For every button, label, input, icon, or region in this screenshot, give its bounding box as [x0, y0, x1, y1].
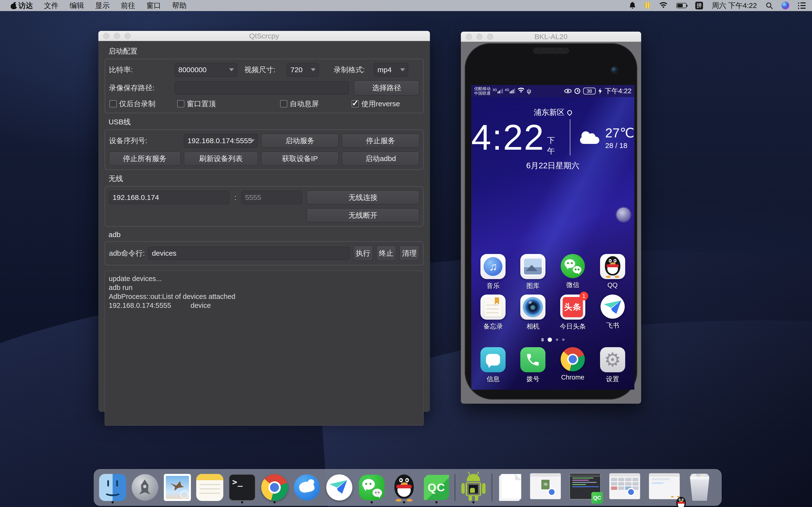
home-page-dots [471, 338, 635, 342]
app-messages[interactable]: 信息 [475, 347, 511, 383]
bitrate-combo[interactable]: 8000000 [175, 63, 237, 76]
app-settings[interactable]: ⚙ 设置 [595, 347, 631, 383]
dock-notes[interactable] [196, 471, 224, 503]
app-wechat[interactable]: 微信 [555, 254, 591, 290]
app-chrome[interactable]: Chrome [555, 347, 591, 383]
adb-command-input[interactable] [148, 247, 350, 260]
app-qq[interactable]: QQ [595, 254, 631, 290]
page-dot [541, 338, 544, 341]
app-gallery[interactable]: 图库 [515, 254, 551, 290]
app-camera[interactable]: 相机 [515, 294, 551, 331]
notification-badge: 1 [579, 292, 588, 300]
dock-qq[interactable] [390, 471, 418, 503]
refresh-device-list-button[interactable]: 刷新设备列表 [184, 152, 258, 166]
adb-log-output[interactable]: update devices... adb run AdbProcess::ou… [105, 271, 424, 426]
minimized-chrome-window-2[interactable] [608, 473, 644, 503]
wireless-port-input[interactable] [242, 191, 302, 204]
app-feishu[interactable]: 飞书 [595, 294, 631, 331]
close-button[interactable] [466, 34, 472, 40]
status-bar-time: 下午4:22 [605, 87, 632, 96]
app-toutiao[interactable]: 头条 1 今日头条 [555, 294, 591, 331]
checkbox-use-reverse[interactable]: ✓ 使用reverse [352, 100, 400, 108]
checkbox-auto-screen-off[interactable]: ✓ 自动息屏 [280, 100, 319, 108]
siri-icon[interactable] [781, 2, 789, 9]
app-notes[interactable]: 备忘录 [475, 294, 511, 331]
checkbox-background-record[interactable]: ✓ 仅后台录制 [109, 100, 155, 108]
dock-wechat[interactable] [357, 471, 386, 503]
terminate-button[interactable]: 终止 [376, 245, 396, 261]
phone-window-titlebar[interactable]: BKL-AL20 [461, 32, 641, 42]
start-service-button[interactable]: 启动服务 [261, 134, 339, 148]
apple-menu-icon[interactable] [11, 2, 17, 9]
stop-service-button[interactable]: 停止服务 [342, 134, 419, 148]
minimize-button[interactable] [114, 33, 120, 39]
dock-trash[interactable] [687, 473, 712, 502]
notification-center-icon[interactable] [798, 2, 806, 9]
floating-assist-ball[interactable] [616, 208, 630, 222]
dock-launchpad[interactable] [131, 471, 159, 503]
widget-date: 6月22日星期六 [471, 160, 635, 171]
zoom-button[interactable] [124, 33, 131, 39]
minimized-qq-window[interactable] [648, 473, 683, 503]
app-dialer[interactable]: 拨号 [515, 347, 551, 383]
dock-scrcpy[interactable] [459, 471, 488, 503]
notification-bell-icon[interactable] [629, 2, 636, 9]
dock-finder[interactable] [98, 471, 127, 503]
choose-path-button[interactable]: 选择路径 [354, 80, 419, 95]
save-path-input[interactable] [175, 81, 349, 95]
menu-help[interactable]: 帮助 [172, 1, 187, 11]
record-format-combo[interactable]: mp4 [374, 63, 408, 76]
video-size-combo[interactable]: 720 [287, 63, 319, 76]
app-music[interactable]: ♫ 音乐 [475, 254, 511, 290]
device-serial-combo[interactable]: 192.168.0.174:5555 [184, 134, 258, 148]
running-indicator [472, 501, 475, 503]
phone-screen[interactable]: 优酷移动 中国联通 3G 4G ψ [471, 85, 635, 390]
notes-icon [196, 474, 223, 501]
dock-seal-app[interactable] [293, 471, 321, 503]
phone-dock-row: 信息 拨号 Chrome ⚙ 设置 [471, 347, 635, 383]
running-indicator [112, 501, 114, 503]
wireless-disconnect-button[interactable]: 无线断开 [307, 208, 419, 222]
menu-go[interactable]: 前往 [121, 1, 135, 11]
battery-icon[interactable] [676, 3, 687, 8]
gear-icon: ⚙ [604, 350, 621, 369]
menu-view[interactable]: 显示 [95, 1, 110, 11]
minimized-qtcreator-window[interactable]: QC [568, 473, 604, 503]
close-button[interactable] [103, 33, 109, 39]
adb-section-label: adb [105, 231, 424, 239]
chevron-down-icon [250, 139, 255, 142]
search-icon[interactable] [766, 2, 773, 9]
menu-bar-clock[interactable]: 周六 下午4:22 [712, 1, 757, 11]
input-method-icon[interactable]: 拼 [695, 2, 703, 9]
wifi-icon[interactable] [659, 2, 668, 9]
stop-all-services-button[interactable]: 停止所有服务 [109, 152, 181, 166]
minimize-button[interactable] [476, 34, 483, 40]
dock-qtcreator[interactable]: QC [422, 471, 451, 503]
dock-divider [492, 474, 492, 501]
get-device-ip-button[interactable]: 获取设备IP [261, 152, 339, 166]
menu-finder[interactable]: 访达 [18, 1, 33, 11]
checkbox-window-on-top[interactable]: ✓ 窗口置顶 [177, 100, 216, 108]
wireless-connect-button[interactable]: 无线连接 [307, 190, 419, 205]
clock-weather-widget[interactable]: 浦东新区 4:22 下午 27℃ 28 / 18 6月22日星期六 [471, 107, 635, 171]
clear-button[interactable]: 清理 [400, 245, 419, 261]
start-adbd-button[interactable]: 启动adbd [342, 152, 419, 166]
device-serial-label: 设备序列号: [109, 136, 181, 146]
dock-documents-stack[interactable] [496, 471, 525, 503]
minimized-chrome-window-1[interactable]: 坤 [528, 473, 564, 503]
menu-window[interactable]: 窗口 [146, 1, 161, 11]
dock-chrome[interactable] [260, 471, 289, 503]
dock-feishu[interactable] [325, 471, 354, 503]
menu-edit[interactable]: 编辑 [69, 1, 84, 11]
wechat-icon [561, 254, 585, 278]
dock-terminal[interactable]: >_ [228, 471, 256, 503]
qtscrcpy-titlebar[interactable]: QtScrcpy [98, 31, 430, 41]
menu-file[interactable]: 文件 [44, 1, 58, 11]
shield-utility-icon[interactable] [645, 2, 650, 9]
running-indicator [241, 501, 243, 503]
dock-mail[interactable] [163, 471, 192, 503]
execute-button[interactable]: 执行 [353, 245, 373, 261]
notes-icon [484, 297, 502, 317]
zoom-button[interactable] [487, 34, 493, 40]
wireless-ip-input[interactable] [109, 191, 230, 204]
